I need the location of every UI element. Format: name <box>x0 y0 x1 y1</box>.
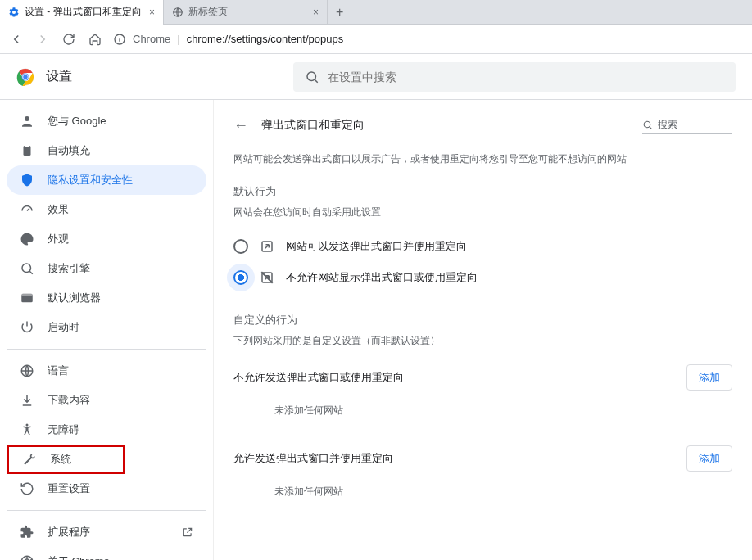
sidebar-item-label: 效果 <box>48 202 69 217</box>
settings-search-input[interactable] <box>328 70 724 84</box>
sidebar-item-label: 搜索引擎 <box>48 261 90 276</box>
sidebar-item-reset[interactable]: 重置设置 <box>7 474 206 504</box>
sidebar-item-label: 自动填充 <box>48 143 90 158</box>
download-icon <box>20 393 34 408</box>
content-search-label: 搜索 <box>658 118 677 132</box>
popup-block-icon <box>260 270 274 285</box>
clipboard-icon <box>20 143 34 158</box>
svg-point-6 <box>23 75 28 79</box>
settings-header: 设置 <box>0 54 752 100</box>
info-icon <box>113 33 126 46</box>
add-blocked-site-button[interactable]: 添加 <box>686 364 732 391</box>
block-section-label: 不允许发送弹出式窗口或使用重定向 <box>233 370 686 385</box>
speedometer-icon <box>20 202 34 217</box>
omnibox[interactable]: Chrome | chrome://settings/content/popup… <box>113 33 744 46</box>
sidebar-item-performance[interactable]: 效果 <box>7 195 206 224</box>
shield-icon <box>20 173 34 187</box>
tab-title: 设置 - 弹出式窗口和重定向 <box>25 5 142 19</box>
custom-behavior-sub: 下列网站采用的是自定义设置（而非默认设置） <box>233 334 732 348</box>
allow-section-row: 允许发送弹出式窗口并使用重定向 添加 <box>233 445 732 472</box>
radio-icon <box>233 270 248 285</box>
radio-allow-popups[interactable]: 网站可以发送弹出式窗口并使用重定向 <box>233 231 732 262</box>
block-section-row: 不允许发送弹出式窗口或使用重定向 添加 <box>233 364 732 391</box>
globe-icon <box>20 364 34 378</box>
chrome-logo-icon <box>16 68 34 86</box>
allow-section-label: 允许发送弹出式窗口并使用重定向 <box>233 451 686 466</box>
toolbar: Chrome | chrome://settings/content/popup… <box>0 25 752 54</box>
search-icon <box>20 261 34 276</box>
tab-title: 新标签页 <box>188 5 228 19</box>
sidebar-item-default-browser[interactable]: 默认浏览器 <box>7 283 206 313</box>
tab-new[interactable]: 新标签页 × <box>164 0 328 25</box>
sidebar-item-search[interactable]: 搜索引擎 <box>7 254 206 283</box>
content-title: 弹出式窗口和重定向 <box>261 118 365 133</box>
new-tab-button[interactable]: + <box>328 5 351 20</box>
search-icon <box>305 70 319 84</box>
radio-icon <box>233 239 248 254</box>
sidebar: 您与 Google 自动填充 隐私设置和安全性 效果 外观 搜索引擎 默认浏览器… <box>0 100 213 560</box>
svg-point-7 <box>307 72 316 81</box>
tab-settings[interactable]: 设置 - 弹出式窗口和重定向 × <box>0 0 164 25</box>
sidebar-item-you[interactable]: 您与 Google <box>7 106 206 136</box>
reload-icon[interactable] <box>61 31 77 47</box>
sidebar-item-label: 隐私设置和安全性 <box>48 173 133 187</box>
main-content: ← 弹出式窗口和重定向 搜索 网站可能会发送弹出式窗口以展示广告，或者使用重定向… <box>213 100 752 560</box>
radio-label: 网站可以发送弹出式窗口并使用重定向 <box>286 239 467 254</box>
page-header: ← 弹出式窗口和重定向 搜索 <box>233 116 732 134</box>
sidebar-item-privacy[interactable]: 隐私设置和安全性 <box>7 165 206 195</box>
default-behavior-sub: 网站会在您访问时自动采用此设置 <box>233 205 732 219</box>
close-icon[interactable]: × <box>149 7 155 18</box>
settings-search[interactable] <box>293 62 736 92</box>
allow-empty-text: 未添加任何网站 <box>233 472 732 504</box>
omnibox-url: chrome://settings/content/popups <box>187 33 344 45</box>
custom-behavior-title: 自定义的行为 <box>233 313 732 327</box>
sidebar-item-label: 启动时 <box>48 320 79 335</box>
svg-rect-9 <box>24 146 31 156</box>
svg-point-11 <box>22 264 31 273</box>
sidebar-item-startup[interactable]: 启动时 <box>7 313 206 342</box>
accessibility-icon <box>20 422 34 437</box>
svg-rect-10 <box>25 145 29 147</box>
home-icon[interactable] <box>87 31 103 47</box>
sidebar-item-downloads[interactable]: 下载内容 <box>7 386 206 415</box>
omnibox-app: Chrome <box>133 33 170 45</box>
svg-point-15 <box>26 424 29 427</box>
back-icon[interactable] <box>8 31 25 47</box>
sidebar-item-appearance[interactable]: 外观 <box>7 224 206 254</box>
globe-icon <box>172 7 183 18</box>
sidebar-item-language[interactable]: 语言 <box>7 356 206 386</box>
tab-strip: 设置 - 弹出式窗口和重定向 × 新标签页 × + <box>0 0 752 25</box>
person-icon <box>20 114 34 129</box>
page-title: 设置 <box>46 68 72 85</box>
default-behavior-title: 默认行为 <box>233 184 732 199</box>
radio-block-popups[interactable]: 不允许网站显示弹出式窗口或使用重定向 <box>233 262 732 293</box>
sidebar-item-label: 关于 Chrome <box>48 554 110 560</box>
popup-allow-icon <box>260 239 274 254</box>
sidebar-item-about[interactable]: 关于 Chrome <box>7 547 206 560</box>
chrome-logo-icon <box>20 554 34 560</box>
sidebar-divider <box>7 349 206 350</box>
sidebar-item-label: 下载内容 <box>48 393 90 408</box>
svg-point-8 <box>25 116 29 121</box>
sidebar-item-label: 系统 <box>50 452 71 467</box>
svg-rect-13 <box>21 294 33 296</box>
close-icon[interactable]: × <box>313 7 319 18</box>
add-allowed-site-button[interactable]: 添加 <box>686 445 732 472</box>
gear-icon <box>8 7 20 18</box>
sidebar-item-label: 外观 <box>48 232 69 246</box>
sidebar-item-autofill[interactable]: 自动填充 <box>7 136 206 165</box>
back-icon[interactable]: ← <box>233 117 248 134</box>
wrench-icon <box>22 452 37 467</box>
sidebar-item-extensions[interactable]: 扩展程序 <box>7 517 206 547</box>
block-empty-text: 未添加任何网站 <box>233 391 732 422</box>
sidebar-item-accessibility[interactable]: 无障碍 <box>7 415 206 445</box>
palette-icon <box>20 232 34 246</box>
content-search[interactable]: 搜索 <box>642 116 732 134</box>
sidebar-item-label: 重置设置 <box>48 481 90 496</box>
forward-icon[interactable] <box>34 31 51 47</box>
page-description: 网站可能会发送弹出式窗口以展示广告，或者使用重定向将您引导至您可能不想访问的网站 <box>233 152 732 166</box>
svg-point-18 <box>644 121 650 128</box>
sidebar-item-label: 语言 <box>48 364 69 378</box>
sidebar-item-label: 您与 Google <box>48 114 106 129</box>
sidebar-item-system[interactable]: 系统 <box>7 445 125 474</box>
